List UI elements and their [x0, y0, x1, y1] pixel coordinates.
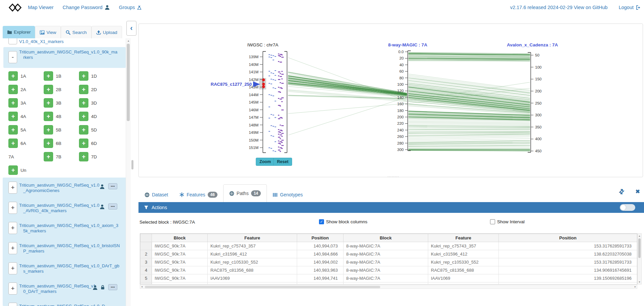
barcode-icon: [273, 193, 278, 197]
dataset-item-label[interactable]: Triticum_aestivum_IWGSC_RefSeq_v1.0_90k_…: [19, 49, 118, 60]
zoom-button[interactable]: Zoom: [256, 158, 275, 166]
add-block-button-Un[interactable]: +: [8, 165, 18, 175]
checkbox-show-block-columns[interactable]: ✓: [319, 219, 324, 224]
add-block-button-4D[interactable]: +: [79, 112, 88, 121]
sidebar-tab-view[interactable]: View: [35, 26, 61, 38]
add-block-button-3A[interactable]: +: [8, 98, 18, 108]
dataset-expand-button[interactable]: +: [8, 262, 17, 274]
dataset-expand-button[interactable]: +: [8, 202, 17, 214]
add-block-button-3D[interactable]: +: [79, 98, 88, 108]
panel-tab-paths[interactable]: Paths14: [223, 184, 267, 202]
add-block-button-5B[interactable]: +: [44, 125, 53, 135]
table-row[interactable]: 6IWGSC_90k:7AIAAV3449140,992,8438-way-MA…: [140, 282, 637, 285]
dataset-expand-button[interactable]: [8, 38, 17, 44]
table-row[interactable]: 4IWGSC_90k:7ARAC875_c81356_688140,983,96…: [140, 266, 637, 274]
dataset-item-label[interactable]: Triticum_aestivum_IWGSC_RefSeq_v1.0_D: [19, 304, 131, 306]
nav-groups[interactable]: Groups: [119, 5, 142, 10]
dataset-expand-button[interactable]: +: [8, 182, 17, 194]
actions-bar[interactable]: Actions: [138, 202, 644, 213]
dataset-menu-button[interactable]: ...: [108, 284, 117, 290]
svg-text:260: 260: [397, 135, 404, 139]
table-row[interactable]: IWGSC_90k:7AKukri_rep_c75743_357140,994,…: [140, 242, 637, 250]
scroll-up-icon[interactable]: ▴: [638, 234, 641, 237]
table-cell: IAAV3449: [428, 282, 499, 285]
table-cell: RAC875_c81356_688: [208, 266, 297, 274]
dataset-menu-button[interactable]: ...: [108, 203, 117, 209]
sidebar-scrollbar[interactable]: ▴: [126, 38, 131, 306]
table-vertical-scrollbar[interactable]: ▴ ▾: [637, 233, 642, 284]
dataset-item-label[interactable]: Triticum_aestivum_IWGSC_RefSeq_v1.0_AVRI…: [19, 203, 101, 214]
sidebar-tab-search[interactable]: Search: [61, 26, 91, 38]
scrollbar-thumb[interactable]: [127, 44, 130, 121]
table-row[interactable]: 5IWGSC_90k:7AIAAV1069140,994,7418-way-MA…: [140, 274, 637, 282]
dataset-item-label[interactable]: Triticum_aestivum_IWGSC_RefSeq_v1.0_Agro…: [19, 183, 101, 193]
add-block-button-7D[interactable]: +: [79, 152, 88, 161]
svg-text:141M: 141M: [249, 70, 258, 74]
add-block-button-5A[interactable]: +: [8, 125, 18, 135]
svg-text:120: 120: [397, 89, 404, 93]
scrollbar-thumb[interactable]: [145, 286, 380, 288]
reset-button[interactable]: Reset: [273, 158, 292, 166]
add-block-button-6D[interactable]: +: [79, 139, 88, 148]
version-github-link[interactable]: v2.17.6 released 2024-02-29 View on GitH…: [510, 5, 608, 10]
add-block-button-6A[interactable]: +: [8, 139, 18, 148]
svg-text:300: 300: [397, 148, 404, 152]
scroll-up-icon[interactable]: ▴: [126, 39, 131, 42]
panel-tab-features[interactable]: Features46: [174, 187, 223, 202]
bottom-tabbar: DatasetFeatures46Paths14Genotypes: [139, 184, 309, 202]
add-block-button-3B[interactable]: +: [44, 98, 53, 108]
add-block-button-1D[interactable]: +: [79, 71, 88, 81]
add-block-button-5D[interactable]: +: [79, 125, 88, 135]
dataset-collapse-button[interactable]: -: [8, 51, 17, 63]
table-horizontal-scrollbar[interactable]: ◂ ▸: [140, 285, 637, 289]
block-label-1A: 1A: [21, 74, 26, 79]
svg-text:139M: 139M: [249, 55, 258, 59]
add-block-button-6B[interactable]: +: [44, 139, 53, 148]
nav-map-viewer[interactable]: Map Viewer: [28, 5, 53, 10]
dataset-expand-button[interactable]: +: [8, 303, 17, 306]
dataset-item-label[interactable]: Triticum_aestivum_IWGSC_RefSeq_v1.0_bris…: [19, 243, 120, 254]
panel-resize-handle[interactable]: [131, 160, 133, 169]
panel-tab-dataset[interactable]: Dataset: [139, 187, 174, 202]
add-block-button-4B[interactable]: +: [44, 112, 53, 121]
add-block-button-4A[interactable]: +: [8, 112, 18, 121]
dataset-menu-button[interactable]: ...: [108, 183, 117, 189]
sidebar-tab-upload[interactable]: Upload: [91, 26, 122, 38]
table-cell: IWGSC_90k:7A: [152, 250, 208, 258]
add-block-button-2A[interactable]: +: [8, 85, 18, 94]
scroll-down-icon[interactable]: ▾: [638, 280, 641, 283]
sidebar-tab-explorer[interactable]: Explorer: [3, 26, 35, 38]
dataset-item-label[interactable]: Triticum_aestivum_IWGSC_RefSeq_v1.0_DArT…: [19, 263, 120, 274]
add-block-button-2D[interactable]: +: [79, 85, 88, 94]
logout-link[interactable]: Logout: [619, 5, 641, 10]
scroll-right-icon[interactable]: ▸: [635, 285, 636, 288]
table-cell: 140,992,843: [297, 282, 344, 285]
table-row[interactable]: 2IWGSC_90k:7AKukri_c31596_412140,984,666…: [140, 250, 637, 258]
dataset-item-label[interactable]: V1.0_40k_X1_markers: [19, 39, 120, 44]
scrollbar-thumb[interactable]: [638, 238, 641, 258]
panel-tab-genotypes[interactable]: Genotypes: [267, 187, 309, 202]
scroll-left-icon[interactable]: ◂: [141, 285, 143, 288]
checkbox-show-interval[interactable]: [490, 219, 495, 224]
add-block-button-1A[interactable]: +: [8, 71, 18, 81]
add-block-button-1B[interactable]: +: [44, 71, 53, 81]
dataset-expand-button[interactable]: +: [8, 282, 17, 295]
nav-change-password[interactable]: Change Password: [63, 5, 110, 10]
actions-toggle[interactable]: [620, 204, 635, 211]
swap-panels-icon[interactable]: ⇄: [617, 187, 626, 196]
synteny-chart[interactable]: 139M140M141M142M143M144M145M146M147M148M…: [139, 24, 643, 177]
table-row[interactable]: 3IWGSC_90k:7AKukri_rep_c105330_552140,99…: [140, 258, 637, 266]
row-number: [140, 242, 152, 250]
dataset-expand-button[interactable]: +: [8, 222, 17, 234]
close-panel-icon[interactable]: ✖: [636, 188, 640, 195]
dataset-item-label[interactable]: Triticum_aestivum_IWGSC_RefSeq_v1.0_axio…: [19, 223, 120, 234]
svg-text:Avalon_x_Cadenza : 7A: Avalon_x_Cadenza : 7A: [507, 42, 558, 47]
add-block-button-2B[interactable]: +: [44, 85, 53, 94]
panel-drag-handle[interactable]: ········: [373, 175, 413, 179]
add-block-button-7B[interactable]: +: [44, 152, 53, 161]
dataset-item-label[interactable]: Triticum_aestivum_IWGSC_RefSeq_v1.0_DArT…: [19, 283, 98, 294]
sidebar-collapse-button[interactable]: ‹: [126, 21, 136, 36]
dataset-expand-button[interactable]: +: [8, 242, 17, 254]
pretzel-logo-icon[interactable]: [9, 3, 22, 12]
person-icon: [99, 184, 106, 190]
